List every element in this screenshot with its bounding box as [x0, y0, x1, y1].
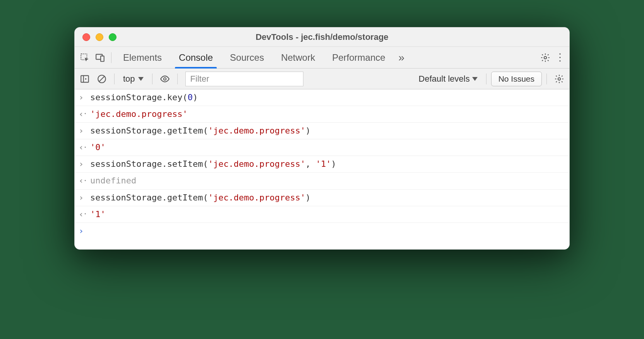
console-row: › sessionStorage.setItem('jec.demo.progr…: [75, 156, 569, 173]
console-settings-gear-icon[interactable]: [552, 71, 567, 87]
console-output-text: '1': [90, 208, 565, 221]
tab-console[interactable]: Console: [170, 47, 221, 68]
console-input-text: sessionStorage.getItem('jec.demo.progres…: [90, 191, 565, 204]
tab-network[interactable]: Network: [272, 47, 324, 68]
console-row: › sessionStorage.getItem('jec.demo.progr…: [75, 190, 569, 206]
console-output-text: '0': [90, 141, 565, 154]
input-chevron-icon: ›: [79, 91, 90, 104]
maximize-window-button[interactable]: [109, 33, 116, 41]
divider: [486, 74, 486, 84]
prompt-chevron-icon: ›: [79, 224, 90, 238]
minimize-window-button[interactable]: [96, 33, 103, 41]
console-output[interactable]: › sessionStorage.key(0) ‹• 'jec.demo.pro…: [75, 89, 569, 249]
console-output-text: 'jec.demo.progress': [90, 108, 565, 121]
inspect-element-icon[interactable]: [77, 50, 92, 65]
output-chevron-icon: ‹•: [79, 174, 90, 187]
svg-point-8: [163, 77, 166, 80]
console-prompt-row[interactable]: ›: [75, 223, 569, 249]
divider: [177, 74, 178, 84]
log-levels-select[interactable]: Default levels: [415, 74, 481, 84]
close-window-button[interactable]: [82, 33, 90, 41]
console-row: ‹• '0': [75, 139, 569, 156]
context-label: top: [123, 74, 135, 84]
console-input-text: sessionStorage.getItem('jec.demo.progres…: [90, 124, 565, 137]
tab-sources[interactable]: Sources: [221, 47, 272, 68]
settings-gear-icon[interactable]: [538, 50, 553, 65]
console-row: ‹• '1': [75, 206, 569, 223]
svg-line-7: [99, 76, 104, 81]
titlebar: DevTools - jec.fish/demo/storage: [75, 27, 569, 47]
divider: [111, 52, 111, 63]
live-expression-eye-icon[interactable]: [157, 71, 173, 87]
svg-point-9: [558, 77, 561, 80]
tabstrip: Elements Console Sources Network Perform…: [75, 47, 569, 68]
console-input-text: sessionStorage.setItem('jec.demo.progres…: [90, 158, 565, 171]
traffic-lights: [75, 33, 116, 41]
clear-console-icon[interactable]: [94, 71, 110, 87]
divider: [152, 74, 152, 84]
console-toolbar: top Default levels No Issues: [75, 68, 569, 89]
execution-context-select[interactable]: top: [119, 74, 147, 84]
toggle-sidebar-icon[interactable]: [77, 71, 92, 87]
tab-elements[interactable]: Elements: [115, 47, 170, 68]
input-chevron-icon: ›: [79, 124, 90, 137]
svg-rect-2: [101, 56, 104, 61]
svg-point-3: [544, 56, 547, 59]
dropdown-triangle-icon: [472, 77, 478, 81]
divider: [114, 74, 115, 84]
console-row: ‹• undefined: [75, 173, 569, 189]
input-chevron-icon: ›: [79, 191, 90, 204]
tab-performance[interactable]: Performance: [324, 47, 394, 68]
divider: [546, 74, 547, 84]
devtools-window: DevTools - jec.fish/demo/storage Element…: [74, 27, 570, 250]
console-row: › sessionStorage.key(0): [75, 89, 569, 106]
levels-label: Default levels: [419, 74, 470, 84]
output-chevron-icon: ‹•: [79, 141, 90, 154]
output-chevron-icon: ‹•: [79, 208, 90, 221]
dropdown-triangle-icon: [138, 77, 144, 81]
console-row: › sessionStorage.getItem('jec.demo.progr…: [75, 123, 569, 139]
filter-input[interactable]: [185, 72, 303, 86]
console-row: ‹• 'jec.demo.progress': [75, 106, 569, 123]
tab-overflow-button[interactable]: »: [394, 51, 409, 64]
device-toolbar-icon[interactable]: [92, 50, 108, 65]
console-output-text: undefined: [90, 174, 565, 187]
input-chevron-icon: ›: [79, 158, 90, 171]
console-input-text: sessionStorage.key(0): [90, 91, 565, 104]
output-chevron-icon: ‹•: [79, 108, 90, 121]
svg-rect-4: [81, 75, 89, 82]
window-title: DevTools - jec.fish/demo/storage: [75, 32, 569, 42]
issues-button[interactable]: No Issues: [491, 72, 542, 86]
more-menu-button[interactable]: ⋮: [553, 51, 567, 63]
